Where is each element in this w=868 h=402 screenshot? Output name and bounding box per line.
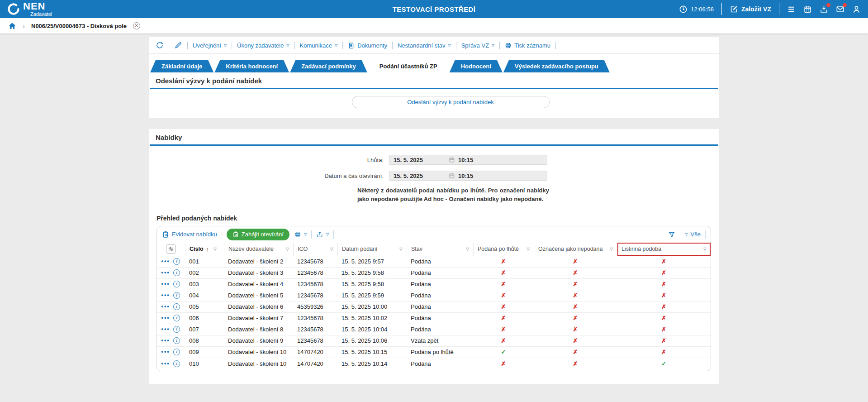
row-actions-icon[interactable]: ●●●	[161, 327, 170, 331]
column-filter-icon[interactable]: ▽	[213, 247, 217, 251]
cell-oznacena-jako-nepodana: ✗	[534, 281, 617, 287]
cell-cislo: 003	[185, 281, 224, 287]
row-actions-icon[interactable]: ●●●	[161, 362, 170, 366]
column-filter-icon[interactable]: ▽	[399, 247, 403, 251]
cell-cislo: 001	[185, 258, 224, 265]
column-header-podana-po-lhute[interactable]: Podaná po lhůtě▽	[473, 243, 534, 256]
menu-nestandardni-stav[interactable]: Nestandardní stav▽	[398, 42, 451, 49]
cell-datum-podani: 15. 5. 2025 9:57	[337, 258, 407, 265]
filter-button[interactable]	[668, 231, 675, 238]
row-actions-icon[interactable]: ●●●	[161, 350, 170, 354]
home-icon[interactable]	[8, 22, 16, 30]
cell-cislo: 009	[185, 349, 224, 355]
info-icon[interactable]: i	[173, 349, 180, 355]
tab-vysledek-zadavaciho-postupu[interactable]: Výsledek zadávacího postupu	[503, 60, 610, 72]
info-icon[interactable]: i	[173, 281, 180, 287]
table-row[interactable]: ●●● i 002 Dodavatel - školení 3 12345678…	[157, 268, 711, 279]
row-actions-icon[interactable]: ●●●	[161, 259, 170, 263]
tab-kriteria-hodnoceni[interactable]: Kritéria hodnocení	[214, 60, 289, 72]
info-icon[interactable]: i	[173, 337, 180, 344]
filter-all-select[interactable]: ▽Vše	[685, 231, 701, 238]
tab-zadavaci-podminky[interactable]: Zadávací podmínky	[290, 60, 367, 72]
export-button[interactable]: ▽	[316, 231, 329, 238]
column-header-cislo[interactable]: Číslo ↑ ▽	[185, 243, 224, 256]
close-tab-icon[interactable]: ✕	[133, 22, 140, 29]
calendar-icon[interactable]	[803, 5, 812, 14]
menu-dokumenty[interactable]: Dokumenty	[348, 42, 387, 49]
breadcrumb-current[interactable]: N006/25/V00004673 - Disková pole	[31, 23, 127, 29]
info-icon[interactable]: i	[173, 258, 180, 265]
column-filter-icon[interactable]: ▽	[330, 247, 333, 251]
table-row[interactable]: ●●● i 003 Dodavatel - školení 4 12345678…	[157, 279, 711, 290]
cell-oznacena-jako-nepodana: ✗	[534, 337, 617, 344]
menu-komunikace[interactable]: Komunikace▽	[300, 42, 338, 49]
column-header-nazev-dodavatele[interactable]: Název dodavatele▽	[224, 243, 293, 256]
menu-sprava-vz[interactable]: Správa VZ▽	[461, 42, 495, 49]
info-icon[interactable]: i	[173, 269, 180, 276]
create-vz-button[interactable]: Založit VZ	[730, 5, 771, 14]
info-icon[interactable]: i	[173, 315, 180, 321]
info-icon[interactable]: i	[173, 303, 180, 310]
table-row[interactable]: ●●● i 005 Dodavatel - školení 6 45359326…	[157, 302, 711, 313]
column-filter-icon[interactable]: ▽	[610, 247, 613, 251]
menu-ukony-zadavatele[interactable]: Úkony zadavatele▽	[237, 42, 289, 49]
column-header-stav[interactable]: Stav▽	[407, 243, 473, 256]
row-actions-icon[interactable]: ●●●	[161, 293, 170, 297]
calendar-icon	[449, 157, 455, 163]
cell-datum-podani: 15. 5. 2025 10:02	[337, 315, 407, 321]
table-row[interactable]: ●●● i 007 Dodavatel - školení 8 12345678…	[157, 324, 711, 335]
table-row[interactable]: ●●● i 006 Dodavatel - školení 7 12345678…	[157, 313, 711, 324]
tab-hodnoceni[interactable]: Hodnocení	[450, 60, 503, 72]
cell-listinna-podoba: ✗	[617, 292, 711, 299]
info-icon[interactable]: i	[173, 326, 180, 333]
column-filter-icon[interactable]: ▽	[703, 247, 707, 251]
edit-pencil-icon[interactable]	[174, 41, 182, 49]
tab-podani-ucastniku-zp[interactable]: Podání účastníků ZP	[368, 60, 449, 72]
info-icon[interactable]: i	[173, 360, 180, 367]
evidovat-nabidku-button[interactable]: Evidovat nabídku	[162, 231, 217, 238]
row-actions-icon[interactable]: ●●●	[161, 339, 170, 343]
table-row[interactable]: ●●● i 009 Dodavatel - školení 10 1470742…	[157, 347, 711, 358]
row-actions-icon[interactable]: ●●●	[161, 305, 170, 309]
late-bid-warning: Některý z dodavatelů podal nabídku po lh…	[357, 187, 549, 204]
column-header-listinna-podoba[interactable]: Listinná podoba▽	[617, 243, 711, 256]
nen-logo-icon	[7, 3, 20, 15]
refresh-icon[interactable]	[156, 41, 164, 49]
cell-listinna-podoba: ✗	[617, 269, 711, 276]
menu-tisk-zaznamu[interactable]: Tisk záznamu	[505, 42, 550, 49]
opening-datetime-field[interactable]: 15. 5. 2025 10:15	[389, 171, 547, 181]
row-actions-icon[interactable]: ●●●	[161, 271, 170, 275]
mail-icon[interactable]	[836, 5, 844, 14]
nen-logo[interactable]: NEN Zadavatel	[7, 1, 52, 17]
info-icon[interactable]: i	[173, 292, 180, 299]
menu-icon[interactable]	[787, 5, 796, 14]
table-row[interactable]: ●●● i 001 Dodavatel - školení 2 12345678…	[157, 256, 711, 268]
cell-cislo: 004	[185, 292, 224, 299]
table-row[interactable]: ●●● i 008 Dodavatel - školení 9 12345678…	[157, 335, 711, 347]
send-invite-button[interactable]: Odeslání výzvy k podání nabídek	[352, 96, 550, 108]
downloads-icon[interactable]	[820, 5, 828, 14]
column-header-ico[interactable]: IČO▽	[293, 243, 337, 256]
column-header-datum-podani[interactable]: Datum podání▽	[337, 243, 407, 256]
column-filter-icon[interactable]: ▽	[466, 247, 469, 251]
column-filter-icon[interactable]: ▽	[526, 247, 530, 251]
table-row[interactable]: ●●● i 010 Dodavatel - školení 10 1470742…	[157, 358, 711, 369]
table-row[interactable]: ●●● i 004 Dodavatel - školení 5 12345678…	[157, 290, 711, 302]
row-actions-icon[interactable]: ●●●	[161, 282, 170, 286]
row-actions-icon[interactable]: ●●●	[161, 316, 170, 320]
zahajit-otevirani-button[interactable]: Zahájit otevírání	[227, 229, 289, 240]
menu-uverejneni[interactable]: Uveřejnění▽	[193, 42, 227, 49]
cell-stav: Podána	[407, 258, 473, 265]
user-icon[interactable]	[852, 5, 861, 14]
column-settings-button[interactable]	[157, 243, 185, 256]
print-table-button[interactable]: ▽	[294, 231, 307, 238]
tab-zakladni-udaje[interactable]: Základní údaje	[150, 60, 213, 72]
cell-ico: 14707420	[293, 360, 337, 367]
cell-stav: Podána po lhůtě	[407, 349, 473, 355]
cell-oznacena-jako-nepodana: ✗	[534, 269, 617, 276]
deadline-datetime-field[interactable]: 15. 5. 2025 10:15	[389, 155, 547, 165]
deadline-label: Lhůta:	[149, 157, 389, 163]
column-header-oznacena-jako-nepodana[interactable]: Označena jako nepodaná▽	[534, 243, 617, 256]
column-filter-icon[interactable]: ▽	[286, 247, 289, 251]
actionbar-divider	[169, 42, 169, 49]
